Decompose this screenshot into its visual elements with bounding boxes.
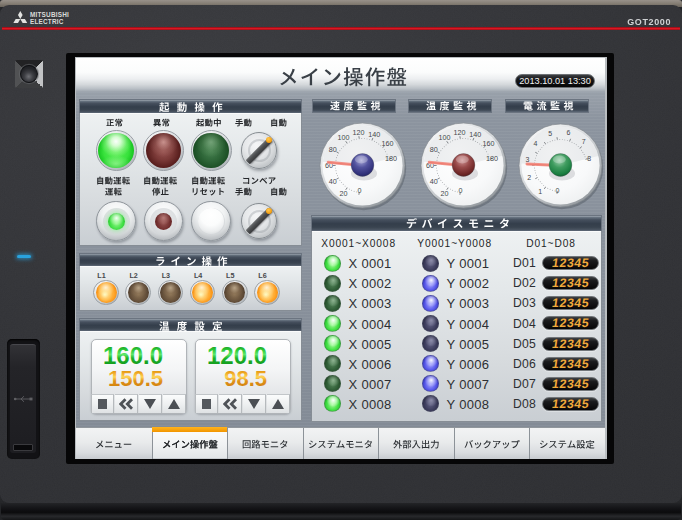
svg-text:4: 4 xyxy=(533,139,537,146)
svg-text:180: 180 xyxy=(385,154,397,163)
svg-text:98.5: 98.5 xyxy=(224,366,267,391)
svg-text:6: 6 xyxy=(566,129,570,136)
svg-text:120: 120 xyxy=(453,128,465,137)
svg-text:5: 5 xyxy=(548,130,552,137)
svg-text:160: 160 xyxy=(482,139,494,148)
svg-text:0: 0 xyxy=(357,186,361,195)
svg-text:40: 40 xyxy=(329,177,337,186)
svg-text:100: 100 xyxy=(438,133,450,142)
svg-text:40: 40 xyxy=(429,177,437,186)
svg-text:150.5: 150.5 xyxy=(108,366,163,391)
svg-text:8: 8 xyxy=(587,155,591,162)
svg-text:120.0: 120.0 xyxy=(207,342,267,369)
svg-text:180: 180 xyxy=(486,154,498,163)
svg-text:7: 7 xyxy=(582,138,586,145)
svg-text:2: 2 xyxy=(527,174,531,181)
svg-text:0: 0 xyxy=(458,186,462,195)
svg-text:3: 3 xyxy=(525,156,529,163)
svg-text:140: 140 xyxy=(469,130,481,139)
svg-text:80: 80 xyxy=(429,145,437,154)
svg-text:80: 80 xyxy=(329,145,337,154)
svg-text:0: 0 xyxy=(555,187,559,194)
svg-text:1: 1 xyxy=(538,188,542,195)
svg-text:120: 120 xyxy=(352,128,364,137)
svg-text:160: 160 xyxy=(382,139,394,148)
svg-text:100: 100 xyxy=(337,133,349,142)
svg-text:20: 20 xyxy=(440,189,448,198)
svg-text:20: 20 xyxy=(339,189,347,198)
svg-text:140: 140 xyxy=(368,130,380,139)
svg-text:160.0: 160.0 xyxy=(103,342,163,369)
